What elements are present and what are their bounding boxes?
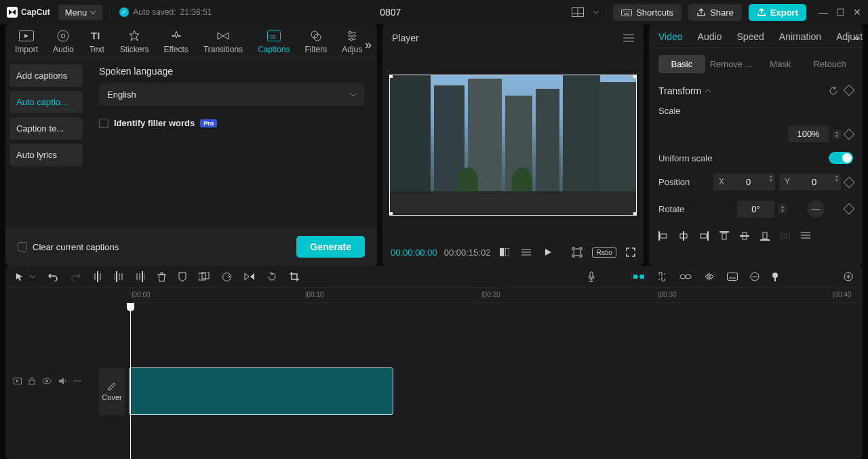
zoom-out-tool[interactable] (750, 272, 760, 281)
keyframe-icon[interactable] (844, 85, 855, 96)
delete-tool[interactable] (157, 272, 166, 282)
sidebar-add-captions[interactable]: Add captions (9, 64, 83, 87)
subtab-mask[interactable]: Mask (757, 55, 804, 73)
subtab-remove[interactable]: Remove ... (708, 55, 755, 73)
track-visibility-icon[interactable] (42, 378, 52, 384)
align-center-h-icon[interactable] (679, 231, 688, 241)
reverse-tool[interactable] (222, 272, 232, 282)
ratio-button[interactable]: Ratio (592, 247, 616, 258)
chevron-down-icon[interactable] (593, 11, 599, 14)
zoom-slider[interactable] (772, 272, 778, 281)
split-tool[interactable] (94, 271, 102, 282)
tabs-overflow-icon[interactable]: » (854, 33, 859, 43)
minimize-button[interactable]: — (818, 7, 828, 18)
caption-track-tool[interactable] (727, 273, 738, 281)
tab-adjust[interactable]: Adjus (342, 30, 362, 54)
inspector-tab-speed[interactable]: Speed (736, 31, 764, 42)
chevron-down-icon[interactable] (30, 275, 35, 279)
uniform-scale-toggle[interactable] (829, 152, 853, 164)
menu-button[interactable]: Menu (58, 5, 103, 20)
position-keyframe[interactable] (844, 176, 855, 188)
text-icon: TI (89, 30, 105, 42)
shortcuts-button[interactable]: Shortcuts (613, 4, 682, 21)
compare-icon[interactable] (497, 247, 512, 258)
list-icon[interactable] (519, 247, 534, 258)
inspector-tab-video[interactable]: Video (658, 31, 683, 42)
reset-icon[interactable] (829, 86, 838, 96)
mic-tool[interactable] (587, 271, 595, 282)
scale-input[interactable] (788, 125, 829, 142)
link-tool[interactable] (656, 272, 667, 281)
video-preview[interactable] (389, 75, 637, 216)
crop-tool[interactable] (199, 272, 210, 281)
tab-import[interactable]: Import (15, 30, 38, 54)
magnet-tool[interactable] (633, 273, 644, 281)
clear-captions-checkbox[interactable] (18, 242, 27, 252)
timeline-ruler[interactable]: |00:00 |00:10 |00:20 |00:30 |00:40 (127, 288, 863, 303)
zoom-in-tool[interactable] (844, 272, 853, 281)
tabs-overflow-icon[interactable]: » (365, 38, 372, 52)
inspector-tab-audio[interactable]: Audio (698, 31, 722, 42)
track-mute-icon[interactable] (58, 377, 66, 385)
select-tool[interactable] (15, 272, 24, 281)
inspector-tab-animation[interactable]: Animation (779, 31, 821, 42)
rotate-keyframe[interactable] (844, 203, 855, 215)
pos-x-input[interactable] (730, 174, 767, 191)
share-button[interactable]: Share (688, 4, 742, 21)
tab-stickers[interactable]: Stickers (120, 30, 149, 54)
tab-effects[interactable]: Effects (163, 30, 188, 54)
pos-x-stepper[interactable]: ▲▼ (767, 174, 775, 191)
cover-button[interactable]: Cover (99, 367, 125, 415)
close-button[interactable]: ✕ (853, 7, 861, 18)
pos-y-stepper[interactable]: ▲▼ (833, 174, 841, 191)
align-center-v-icon[interactable] (740, 231, 749, 241)
layout-icon[interactable] (569, 5, 587, 20)
align-right-icon[interactable] (699, 231, 709, 241)
chain-tool[interactable] (679, 273, 692, 280)
video-clip[interactable] (129, 367, 393, 415)
rotate-stepper[interactable]: ▲▼ (778, 204, 787, 214)
align-bottom-icon[interactable] (760, 231, 770, 241)
export-button[interactable]: Export (749, 4, 806, 21)
fullscreen-icon[interactable] (623, 246, 638, 258)
more-align-icon[interactable] (801, 231, 810, 241)
sidebar-caption-templates[interactable]: Caption te... (9, 117, 83, 140)
maximize-button[interactable]: ☐ (836, 7, 845, 18)
subtab-retouch[interactable]: Retouch (806, 55, 853, 73)
tab-text[interactable]: TI Text (89, 30, 105, 54)
rotate-input[interactable] (737, 201, 774, 218)
zoom-fit-icon[interactable] (569, 245, 585, 259)
tab-transitions[interactable]: Transitions (203, 30, 243, 54)
inspector-tab-adjust[interactable]: Adjust (836, 31, 863, 42)
playhead[interactable] (130, 303, 131, 459)
undo-button[interactable] (47, 272, 58, 281)
track-expand-icon[interactable] (14, 378, 22, 384)
scale-keyframe[interactable] (844, 128, 855, 140)
rotate-tool[interactable] (267, 272, 277, 282)
generate-button[interactable]: Generate (296, 236, 365, 258)
play-button[interactable] (540, 246, 555, 258)
subtab-basic[interactable]: Basic (658, 55, 705, 73)
track-lock-icon[interactable] (28, 377, 35, 385)
language-select[interactable]: English (99, 83, 365, 106)
track-more-icon[interactable]: ⋯ (73, 376, 81, 386)
transform-section-title[interactable]: Transform (658, 85, 711, 96)
mirror-tool[interactable] (244, 272, 255, 281)
split-left-tool[interactable] (114, 271, 123, 282)
sidebar-auto-lyrics[interactable]: Auto lyrics (9, 144, 83, 166)
player-menu-icon[interactable] (623, 34, 634, 42)
align-left-icon[interactable] (658, 231, 668, 241)
preview-tool[interactable] (704, 273, 715, 281)
scale-stepper[interactable]: ▲▼ (833, 129, 841, 139)
marker-tool[interactable] (178, 272, 186, 282)
mirror-button[interactable]: — (807, 200, 825, 218)
sidebar-auto-captions[interactable]: Auto captio... (9, 91, 83, 113)
tab-filters[interactable]: Filters (305, 30, 328, 54)
split-right-tool[interactable] (136, 271, 145, 282)
pos-y-input[interactable] (795, 174, 833, 191)
tab-captions[interactable]: cc Captions (258, 30, 290, 54)
tab-audio[interactable]: Audio (53, 30, 74, 54)
crop-ratio-tool[interactable] (290, 272, 299, 281)
filler-words-checkbox[interactable] (99, 119, 108, 128)
align-top-icon[interactable] (719, 231, 729, 241)
